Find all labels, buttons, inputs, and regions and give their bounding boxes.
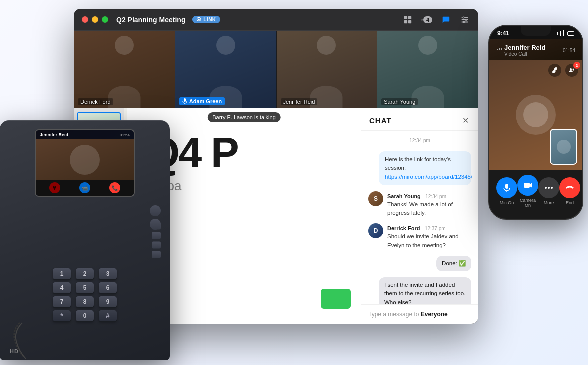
svg-rect-16 (499, 48, 500, 50)
mobile-link-icon[interactable] (548, 64, 561, 77)
svg-rect-0 (404, 16, 407, 19)
chat-miro-link[interactable]: https://miro.com/app/board/12345/ (385, 174, 472, 180)
chat-msg-content-sarah: Sarah Young 12:34 pm Thanks! We made a l… (387, 191, 471, 218)
nav-btn-2[interactable] (150, 219, 161, 230)
mobile-call-timer: 01:54 (563, 48, 575, 53)
mobile-participants-icon[interactable]: 2 (565, 64, 578, 77)
chat-bubble-done: Done: ✅ (436, 256, 471, 271)
svg-point-25 (548, 187, 550, 189)
mic-on-label: Mic On (500, 200, 514, 205)
tablet-end-btn[interactable]: 📞 (109, 182, 120, 193)
avatar-derrick: D (368, 223, 383, 238)
mobile-controls-bar: Mic On Camera On More (489, 170, 582, 213)
chat-message-sarah: S Sarah Young 12:34 pm Thanks! We made a… (368, 191, 471, 218)
camera-on-icon (517, 175, 538, 196)
minimize-window-button[interactable] (92, 16, 98, 23)
link-badge[interactable]: ⦿ LINK (192, 16, 220, 23)
video-tile-sarah: Sarah Young (377, 31, 478, 108)
key-8[interactable]: 8 (76, 296, 94, 307)
tablet-mute-btn[interactable]: 🎙 (49, 182, 60, 193)
phone-screen-header: Jennifer Reid 01:54 (36, 130, 134, 139)
camera-on-label: Camera On (517, 198, 538, 208)
chat-header: CHAT ✕ (361, 108, 478, 131)
chat-sender-derrick: Derrick Ford 12:37 pm (387, 223, 471, 232)
titlebar-icons: 4 (402, 14, 470, 25)
chat-message-derrick: D Derrick Ford 12:37 pm Should we invite… (368, 223, 471, 250)
maximize-window-button[interactable] (102, 16, 108, 23)
participants-icon[interactable]: 4 (421, 14, 432, 25)
phone-cord (10, 320, 40, 360)
pfk-3[interactable] (152, 242, 161, 249)
more-label: More (544, 200, 554, 205)
phone-screen-video (36, 139, 134, 180)
participants-count: 4 (423, 16, 432, 23)
phone-screen-timer: 01:54 (120, 133, 130, 137)
mobile-body: 9:41 Jennifer Reid (488, 25, 583, 220)
chat-close-button[interactable]: ✕ (460, 115, 470, 125)
svg-rect-15 (497, 49, 498, 50)
mobile-signal (557, 30, 574, 36)
chat-nav-icon[interactable] (440, 14, 451, 25)
chat-sender-sarah: Sarah Young 12:34 pm (387, 191, 471, 200)
svg-point-11 (465, 19, 467, 20)
adam-label: Adam Green (189, 98, 222, 104)
phone-screen-content: Jennifer Reid 01:54 🎙 📹 📞 (36, 130, 134, 196)
mobile-phone: 9:41 Jennifer Reid (488, 25, 583, 220)
svg-rect-17 (501, 48, 502, 50)
chat-timestamp-1: 12:34 pm (368, 138, 471, 143)
pfk-2[interactable] (152, 232, 161, 239)
end-call-icon (559, 177, 580, 198)
mobile-camera-button[interactable]: Camera On (517, 175, 538, 208)
key-hash[interactable]: # (99, 310, 117, 321)
chat-title: CHAT (369, 116, 392, 125)
key-2[interactable]: 2 (76, 268, 94, 279)
avatar-sarah: S (368, 191, 383, 206)
video-tile-adam: Adam Green (175, 31, 277, 108)
svg-point-10 (463, 17, 464, 18)
layout-icon[interactable] (402, 14, 413, 25)
video-tile-jennifer: Jennifer Reid (277, 31, 378, 108)
pfk-4[interactable] (152, 251, 161, 258)
participant-label-jennifer: Jennifer Reid (281, 98, 318, 105)
mobile-time: 9:41 (497, 30, 509, 37)
svg-rect-1 (408, 16, 411, 19)
nav-btn-1[interactable] (150, 205, 161, 216)
svg-point-4 (422, 19, 422, 19)
mic-on-icon (496, 177, 517, 198)
mobile-end-button[interactable]: End (559, 177, 580, 205)
scene: Q2 Planning Meeting ⦿ LINK 4 (0, 0, 588, 365)
window-title: Q2 Planning Meeting (116, 16, 185, 24)
svg-point-12 (463, 21, 465, 23)
participant-label-sarah: Sarah Young (381, 98, 418, 105)
tablet-video-btn[interactable]: 📹 (79, 182, 90, 193)
mobile-video-icons: 2 (548, 64, 578, 77)
key-1[interactable]: 1 (53, 268, 71, 279)
svg-rect-2 (404, 20, 407, 23)
key-9[interactable]: 9 (99, 296, 117, 307)
chat-msg-text-sarah: Thanks! We made a lot of progress lately… (387, 200, 471, 218)
window-titlebar: Q2 Planning Meeting ⦿ LINK 4 (74, 9, 478, 31)
key-6[interactable]: 6 (99, 282, 117, 293)
mobile-video-area: 2 (489, 60, 582, 170)
mobile-notch (521, 26, 551, 36)
svg-point-19 (570, 68, 572, 70)
key-star[interactable]: * (53, 310, 71, 321)
desk-phone: Jennifer Reid 01:54 🎙 📹 📞 (0, 75, 190, 360)
chat-input-area[interactable]: Type a message to Everyone (361, 304, 478, 324)
talking-indicator: Barry E. Lawson is talking (207, 112, 281, 122)
close-window-button[interactable] (82, 16, 88, 23)
more-icon (538, 177, 559, 198)
mobile-more-button[interactable]: More (538, 177, 559, 205)
settings-icon[interactable] (459, 14, 470, 25)
phone-screen: Jennifer Reid 01:54 🎙 📹 📞 (35, 129, 135, 197)
key-7[interactable]: 7 (53, 296, 71, 307)
chat-input-placeholder: Type a message to Everyone (368, 311, 448, 318)
key-5[interactable]: 5 (76, 282, 94, 293)
traffic-lights (82, 16, 108, 23)
svg-point-24 (545, 187, 547, 189)
key-4[interactable]: 4 (53, 282, 71, 293)
mobile-caller-area: Jennifer Reid Video Call 01:54 (489, 39, 582, 60)
key-0[interactable]: 0 (76, 310, 94, 321)
key-3[interactable]: 3 (99, 268, 117, 279)
mobile-mic-button[interactable]: Mic On (496, 177, 517, 205)
